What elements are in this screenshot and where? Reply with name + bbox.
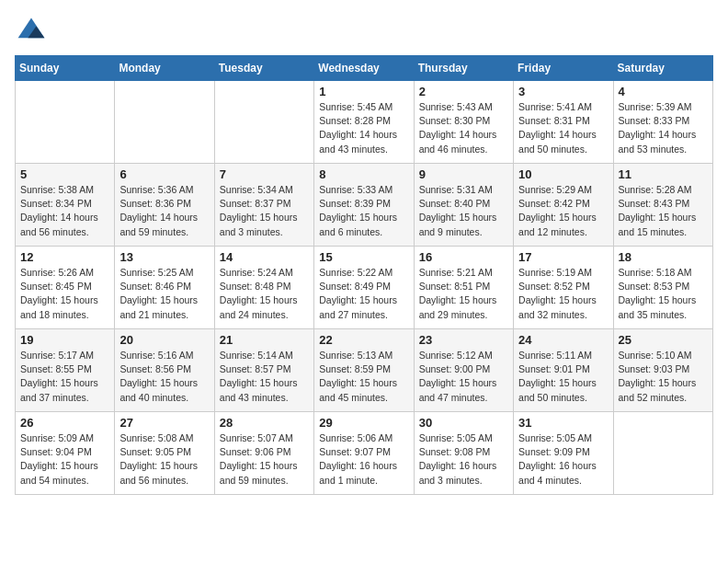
day-of-week-header: Tuesday <box>214 56 313 81</box>
calendar-cell: 29Sunrise: 5:06 AM Sunset: 9:07 PM Dayli… <box>314 412 414 495</box>
day-info: Sunrise: 5:29 AM Sunset: 8:42 PM Dayligh… <box>518 183 608 239</box>
day-info: Sunrise: 5:05 AM Sunset: 9:08 PM Dayligh… <box>419 431 508 488</box>
day-info: Sunrise: 5:31 AM Sunset: 8:40 PM Dayligh… <box>419 183 508 239</box>
day-number: 8 <box>319 167 408 181</box>
day-info: Sunrise: 5:28 AM Sunset: 8:43 PM Dayligh… <box>619 183 708 239</box>
calendar-week-row: 1Sunrise: 5:45 AM Sunset: 8:28 PM Daylig… <box>16 81 713 164</box>
day-number: 23 <box>419 333 508 347</box>
calendar-cell <box>214 81 313 164</box>
calendar-cell <box>115 81 214 164</box>
day-info: Sunrise: 5:14 AM Sunset: 8:57 PM Dayligh… <box>220 349 309 405</box>
calendar-cell: 7Sunrise: 5:34 AM Sunset: 8:37 PM Daylig… <box>214 164 313 247</box>
day-of-week-header: Saturday <box>613 56 712 81</box>
calendar-cell: 31Sunrise: 5:05 AM Sunset: 9:09 PM Dayli… <box>514 412 613 495</box>
calendar-cell: 30Sunrise: 5:05 AM Sunset: 9:08 PM Dayli… <box>414 412 513 495</box>
day-number: 20 <box>119 333 209 347</box>
calendar-week-row: 5Sunrise: 5:38 AM Sunset: 8:34 PM Daylig… <box>16 164 713 247</box>
day-info: Sunrise: 5:11 AM Sunset: 9:01 PM Dayligh… <box>518 349 608 405</box>
day-number: 16 <box>419 250 508 264</box>
day-info: Sunrise: 5:38 AM Sunset: 8:34 PM Dayligh… <box>20 183 109 239</box>
day-number: 19 <box>20 333 109 347</box>
day-number: 22 <box>319 333 408 347</box>
day-number: 11 <box>619 167 708 181</box>
logo <box>15 15 51 48</box>
day-number: 29 <box>319 416 408 430</box>
day-info: Sunrise: 5:05 AM Sunset: 9:09 PM Dayligh… <box>518 431 608 488</box>
calendar-cell: 22Sunrise: 5:13 AM Sunset: 8:59 PM Dayli… <box>314 329 414 412</box>
day-number: 10 <box>518 167 608 181</box>
calendar-cell: 6Sunrise: 5:36 AM Sunset: 8:36 PM Daylig… <box>115 164 214 247</box>
calendar-cell: 15Sunrise: 5:22 AM Sunset: 8:49 PM Dayli… <box>314 247 414 329</box>
logo-icon <box>15 15 48 48</box>
day-info: Sunrise: 5:13 AM Sunset: 8:59 PM Dayligh… <box>319 349 408 405</box>
calendar-week-row: 19Sunrise: 5:17 AM Sunset: 8:55 PM Dayli… <box>16 329 713 412</box>
day-number: 15 <box>319 250 408 264</box>
day-of-week-header: Sunday <box>16 56 115 81</box>
day-info: Sunrise: 5:09 AM Sunset: 9:04 PM Dayligh… <box>20 431 109 488</box>
calendar-cell: 19Sunrise: 5:17 AM Sunset: 8:55 PM Dayli… <box>16 329 115 412</box>
day-info: Sunrise: 5:21 AM Sunset: 8:51 PM Dayligh… <box>419 266 508 322</box>
calendar-cell: 27Sunrise: 5:08 AM Sunset: 9:05 PM Dayli… <box>115 412 214 495</box>
calendar-cell: 26Sunrise: 5:09 AM Sunset: 9:04 PM Dayli… <box>16 412 115 495</box>
page-header <box>15 15 713 48</box>
day-number: 28 <box>220 416 309 430</box>
day-of-week-header: Wednesday <box>314 56 414 81</box>
calendar-cell: 3Sunrise: 5:41 AM Sunset: 8:31 PM Daylig… <box>514 81 613 164</box>
day-number: 13 <box>119 250 209 264</box>
calendar-cell: 28Sunrise: 5:07 AM Sunset: 9:06 PM Dayli… <box>214 412 313 495</box>
day-number: 24 <box>518 333 608 347</box>
calendar-cell <box>613 412 712 495</box>
day-info: Sunrise: 5:34 AM Sunset: 8:37 PM Dayligh… <box>220 183 309 239</box>
day-number: 18 <box>619 250 708 264</box>
day-number: 17 <box>518 250 608 264</box>
calendar-cell: 1Sunrise: 5:45 AM Sunset: 8:28 PM Daylig… <box>314 81 414 164</box>
calendar-cell: 17Sunrise: 5:19 AM Sunset: 8:52 PM Dayli… <box>514 247 613 329</box>
day-number: 14 <box>220 250 309 264</box>
calendar-cell: 2Sunrise: 5:43 AM Sunset: 8:30 PM Daylig… <box>414 81 513 164</box>
calendar-cell: 4Sunrise: 5:39 AM Sunset: 8:33 PM Daylig… <box>613 81 712 164</box>
day-info: Sunrise: 5:39 AM Sunset: 8:33 PM Dayligh… <box>619 100 708 156</box>
day-number: 31 <box>518 416 608 430</box>
day-number: 5 <box>20 167 109 181</box>
day-info: Sunrise: 5:26 AM Sunset: 8:45 PM Dayligh… <box>20 266 109 322</box>
day-info: Sunrise: 5:08 AM Sunset: 9:05 PM Dayligh… <box>119 431 209 488</box>
day-info: Sunrise: 5:07 AM Sunset: 9:06 PM Dayligh… <box>220 431 309 488</box>
day-info: Sunrise: 5:06 AM Sunset: 9:07 PM Dayligh… <box>319 431 408 488</box>
day-number: 6 <box>119 167 209 181</box>
calendar-cell: 8Sunrise: 5:33 AM Sunset: 8:39 PM Daylig… <box>314 164 414 247</box>
day-number: 1 <box>319 85 408 98</box>
calendar-cell: 10Sunrise: 5:29 AM Sunset: 8:42 PM Dayli… <box>514 164 613 247</box>
calendar-cell <box>16 81 115 164</box>
calendar-cell: 23Sunrise: 5:12 AM Sunset: 9:00 PM Dayli… <box>414 329 513 412</box>
day-number: 3 <box>518 85 608 98</box>
day-info: Sunrise: 5:24 AM Sunset: 8:48 PM Dayligh… <box>220 266 309 322</box>
day-number: 4 <box>619 85 708 98</box>
day-info: Sunrise: 5:16 AM Sunset: 8:56 PM Dayligh… <box>119 349 209 405</box>
day-number: 27 <box>119 416 209 430</box>
day-of-week-header: Friday <box>514 56 613 81</box>
day-number: 7 <box>220 167 309 181</box>
calendar-cell: 24Sunrise: 5:11 AM Sunset: 9:01 PM Dayli… <box>514 329 613 412</box>
calendar-cell: 11Sunrise: 5:28 AM Sunset: 8:43 PM Dayli… <box>613 164 712 247</box>
calendar-cell: 5Sunrise: 5:38 AM Sunset: 8:34 PM Daylig… <box>16 164 115 247</box>
calendar-header-row: SundayMondayTuesdayWednesdayThursdayFrid… <box>16 56 713 81</box>
calendar-cell: 12Sunrise: 5:26 AM Sunset: 8:45 PM Dayli… <box>16 247 115 329</box>
calendar-cell: 18Sunrise: 5:18 AM Sunset: 8:53 PM Dayli… <box>613 247 712 329</box>
calendar-cell: 20Sunrise: 5:16 AM Sunset: 8:56 PM Dayli… <box>115 329 214 412</box>
day-info: Sunrise: 5:25 AM Sunset: 8:46 PM Dayligh… <box>119 266 209 322</box>
calendar-cell: 25Sunrise: 5:10 AM Sunset: 9:03 PM Dayli… <box>613 329 712 412</box>
day-number: 26 <box>20 416 109 430</box>
calendar-cell: 16Sunrise: 5:21 AM Sunset: 8:51 PM Dayli… <box>414 247 513 329</box>
calendar-week-row: 12Sunrise: 5:26 AM Sunset: 8:45 PM Dayli… <box>16 247 713 329</box>
day-info: Sunrise: 5:33 AM Sunset: 8:39 PM Dayligh… <box>319 183 408 239</box>
calendar-cell: 13Sunrise: 5:25 AM Sunset: 8:46 PM Dayli… <box>115 247 214 329</box>
calendar-week-row: 26Sunrise: 5:09 AM Sunset: 9:04 PM Dayli… <box>16 412 713 495</box>
day-info: Sunrise: 5:19 AM Sunset: 8:52 PM Dayligh… <box>518 266 608 322</box>
day-info: Sunrise: 5:10 AM Sunset: 9:03 PM Dayligh… <box>619 349 708 405</box>
day-info: Sunrise: 5:18 AM Sunset: 8:53 PM Dayligh… <box>619 266 708 322</box>
day-info: Sunrise: 5:12 AM Sunset: 9:00 PM Dayligh… <box>419 349 508 405</box>
calendar-cell: 14Sunrise: 5:24 AM Sunset: 8:48 PM Dayli… <box>214 247 313 329</box>
day-number: 12 <box>20 250 109 264</box>
day-info: Sunrise: 5:36 AM Sunset: 8:36 PM Dayligh… <box>119 183 209 239</box>
calendar-cell: 21Sunrise: 5:14 AM Sunset: 8:57 PM Dayli… <box>214 329 313 412</box>
